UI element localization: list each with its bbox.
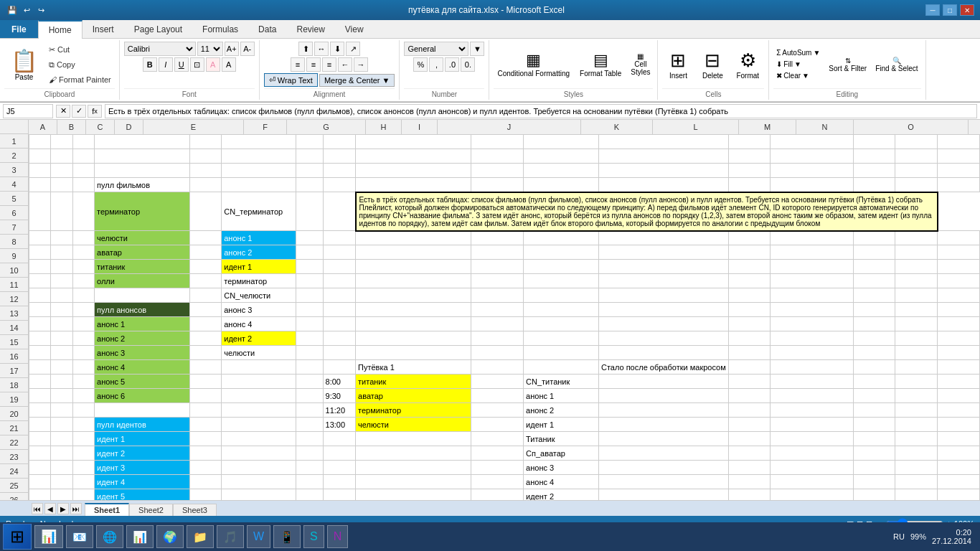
cell-K11[interactable] [524, 303, 599, 317]
cell-F15[interactable] [222, 360, 296, 375]
col-L[interactable]: L [653, 120, 739, 134]
cell-A14[interactable] [29, 346, 51, 360]
cell-B23[interactable] [51, 475, 72, 489]
cell-D23[interactable]: идент 4 [95, 475, 190, 489]
close-btn[interactable]: ✕ [960, 4, 974, 16]
cell-B7[interactable] [51, 245, 72, 260]
cell-M14[interactable] [728, 346, 771, 360]
cell-L9[interactable] [598, 274, 728, 288]
cell-E23[interactable] [189, 475, 222, 489]
cell-H2[interactable] [323, 149, 355, 164]
cell-A12[interactable] [29, 317, 51, 331]
cell-G6[interactable] [296, 231, 323, 245]
cell-L22[interactable] [598, 461, 728, 475]
cell-O22[interactable] [853, 461, 895, 475]
cell-K8[interactable] [524, 260, 599, 274]
cell-I23[interactable] [356, 475, 471, 489]
cell-A1[interactable] [29, 135, 51, 149]
cell-D1[interactable] [95, 135, 190, 149]
cell-D18[interactable] [95, 403, 190, 418]
row-11[interactable]: 11 [0, 278, 28, 292]
cell-H8[interactable] [323, 260, 355, 274]
row-24[interactable]: 24 [0, 464, 28, 479]
cell-E13[interactable] [189, 331, 222, 346]
cell-B13[interactable] [51, 331, 72, 346]
row-16[interactable]: 16 [0, 349, 28, 364]
cell-O4[interactable] [853, 178, 895, 192]
cell-A11[interactable] [29, 303, 51, 317]
cell-I2[interactable] [356, 149, 471, 164]
border-btn[interactable]: ⊡ [190, 57, 204, 72]
cell-F6[interactable]: анонс 1 [222, 231, 296, 245]
cell-B3[interactable] [51, 164, 72, 178]
cell-G12[interactable] [296, 317, 323, 331]
center-align-btn[interactable]: ≡ [306, 57, 321, 72]
taskbar-chrome[interactable]: 🌐 [96, 525, 123, 548]
cell-L12[interactable] [598, 317, 728, 331]
cell-F5[interactable]: CN_терминатор [222, 192, 296, 231]
underline-btn[interactable]: U [174, 57, 189, 72]
format-cells-button[interactable]: ⚙ Format [731, 46, 764, 83]
orientation-btn[interactable]: ↗ [346, 42, 360, 56]
row-4[interactable]: 4 [0, 177, 28, 192]
cell-P12[interactable] [895, 317, 938, 331]
formula-input[interactable] [105, 104, 977, 118]
cell-K15[interactable] [524, 360, 599, 375]
cell-G1[interactable] [296, 135, 323, 149]
cell-Q23[interactable] [938, 475, 980, 489]
cell-E16[interactable] [189, 375, 222, 389]
cell-N16[interactable] [771, 375, 853, 389]
cell-I20[interactable] [356, 432, 471, 446]
col-I[interactable]: I [402, 120, 438, 134]
col-A[interactable]: A [29, 120, 57, 134]
cell-E11[interactable] [189, 303, 222, 317]
cell-E14[interactable] [189, 346, 222, 360]
cell-N7[interactable] [771, 245, 853, 260]
cell-F22[interactable] [222, 461, 296, 475]
cell-B12[interactable] [51, 317, 72, 331]
cell-Q13[interactable] [938, 331, 980, 346]
cell-I12[interactable] [356, 317, 471, 331]
cell-O13[interactable] [853, 331, 895, 346]
cell-G10[interactable] [296, 288, 323, 303]
cell-P10[interactable] [895, 288, 938, 303]
cell-Q18[interactable] [938, 403, 980, 418]
sort-filter-button[interactable]: ⇅ Sort & Filter [826, 55, 870, 74]
cell-F18[interactable] [222, 403, 296, 418]
cell-J14[interactable] [471, 346, 524, 360]
cell-A16[interactable] [29, 375, 51, 389]
cell-Q14[interactable] [938, 346, 980, 360]
cell-M6[interactable] [728, 231, 771, 245]
cell-K23[interactable]: анонс 4 [524, 475, 599, 489]
cell-Q8[interactable] [938, 260, 980, 274]
cell-N13[interactable] [771, 331, 853, 346]
cell-E15[interactable] [189, 360, 222, 375]
cell-A6[interactable] [29, 231, 51, 245]
cell-I9[interactable] [356, 274, 471, 288]
cell-G3[interactable] [296, 164, 323, 178]
format-painter-button[interactable]: 🖌 Format Painter [45, 73, 115, 86]
wrap-text-button[interactable]: ⏎ Wrap Text [264, 73, 318, 87]
row-12[interactable]: 12 [0, 292, 28, 306]
cell-M24[interactable] [728, 489, 771, 501]
cell-F1[interactable] [222, 135, 296, 149]
cell-O10[interactable] [853, 288, 895, 303]
cell-M23[interactable] [728, 475, 771, 489]
taskbar-media[interactable]: 🎵 [217, 525, 244, 548]
undo-btn[interactable]: ↩ [20, 4, 33, 17]
font-size-select[interactable]: 11 [197, 42, 223, 56]
cell-Q6[interactable] [938, 231, 980, 245]
cell-D7[interactable]: аватар [95, 245, 190, 260]
cell-C23[interactable] [72, 475, 94, 489]
cell-N6[interactable] [771, 231, 853, 245]
cell-D21[interactable]: идент 2 [95, 446, 190, 461]
cell-O2[interactable] [853, 149, 895, 164]
cell-P9[interactable] [895, 274, 938, 288]
cell-J20[interactable] [471, 432, 524, 446]
tab-view[interactable]: View [335, 20, 374, 38]
lang-indicator[interactable]: RU [893, 532, 905, 541]
cell-Q22[interactable] [938, 461, 980, 475]
cell-A4[interactable] [29, 178, 51, 192]
taskbar-outlook[interactable]: 📧 [66, 525, 93, 548]
cell-O8[interactable] [853, 260, 895, 274]
